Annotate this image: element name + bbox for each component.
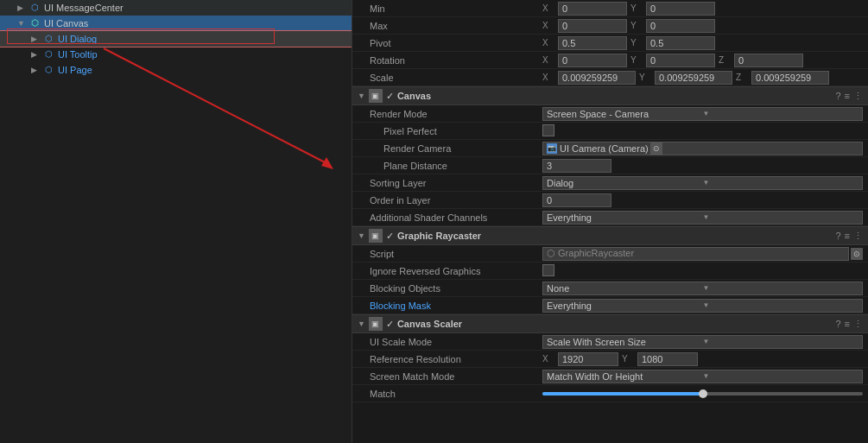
canvas-settings-icon[interactable]: ≡ [845, 91, 850, 102]
rot-x-label: X [542, 55, 554, 65]
sorting-layer-text: Dialog [547, 178, 703, 188]
blocking-objects-arrow: ▼ [703, 284, 859, 292]
scaler-settings-icon[interactable]: ≡ [845, 319, 850, 330]
screen-match-mode-label: Screen Match Mode [370, 371, 542, 382]
ref-res-y-label: Y [622, 354, 634, 364]
blocking-mask-label[interactable]: Blocking Mask [370, 301, 542, 311]
render-mode-dropdown[interactable]: Screen Space - Camera ▼ [542, 107, 863, 121]
blocking-mask-text: Everything [547, 301, 703, 311]
rot-y-input[interactable]: 0 [646, 54, 715, 67]
scale-y-input[interactable]: 0.009259259 [655, 71, 732, 85]
canvas-help-icon[interactable]: ? [835, 91, 840, 102]
match-slider-track[interactable] [542, 392, 863, 396]
sorting-layer-row: Sorting Layer Dialog ▼ [352, 174, 868, 192]
render-camera-label: Render Camera [370, 143, 542, 154]
match-slider-thumb[interactable] [699, 389, 707, 398]
tree-label-ui-page: UI Page [58, 65, 92, 75]
ui-scale-mode-value: Scale With Screen Size ▼ [542, 335, 863, 349]
scaler-header-icons: ? ≡ ⋮ [835, 319, 863, 330]
blocking-mask-value: Everything ▼ [542, 299, 863, 313]
canvas-menu-icon[interactable]: ⋮ [853, 91, 863, 102]
raycaster-collapse-arrow[interactable]: ▼ [358, 231, 365, 240]
render-mode-label: Render Mode [370, 109, 542, 119]
tree-item-ui-tooltip[interactable]: ▶ ⬡ UI Tooltip [0, 47, 352, 62]
scaler-menu-icon[interactable]: ⋮ [853, 319, 863, 330]
tree-label-ui-message-center: UI MessageCenter [44, 3, 124, 13]
scale-xyz: X 0.009259259 Y 0.009259259 Z 0.00925925… [542, 71, 863, 85]
ui-scale-mode-arrow: ▼ [703, 338, 859, 345]
shader-channels-arrow: ▼ [703, 213, 859, 221]
sorting-layer-value: Dialog ▼ [542, 176, 863, 190]
canvas-check[interactable]: ✓ [386, 91, 394, 102]
canvas-collapse-arrow[interactable]: ▼ [358, 92, 365, 100]
min-label: Min [370, 3, 542, 14]
render-camera-value: 📷 UI Camera (Camera) ⊙ [542, 142, 863, 155]
plane-distance-label: Plane Distance [370, 161, 542, 171]
scale-y-label: Y [639, 73, 651, 82]
match-slider-fill [542, 392, 703, 396]
tree-item-ui-message-center[interactable]: ▶ ⬡ UI MessageCenter [0, 0, 352, 16]
min-y-label: Y [630, 3, 643, 13]
min-y-input[interactable]: 0 [646, 2, 715, 16]
raycaster-section-header: ▼ ▣ ✓ Graphic Raycaster ? ≡ ⋮ [352, 226, 868, 245]
transform-section: Min X 0 Y 0 Max X 0 Y 0 [352, 0, 868, 86]
shader-channels-row: Additional Shader Channels Everything ▼ [352, 209, 868, 226]
match-slider-container [542, 392, 863, 396]
pivot-y-input[interactable]: 0.5 [646, 36, 715, 50]
scaler-help-icon[interactable]: ? [835, 319, 840, 330]
tree-arrow-tooltip: ▶ [31, 50, 41, 59]
ignore-reversed-value [542, 264, 863, 278]
min-x-input[interactable]: 0 [558, 2, 627, 16]
ignore-reversed-checkbox[interactable] [542, 264, 554, 276]
screen-match-mode-row: Screen Match Mode Match Width Or Height … [352, 368, 868, 385]
max-x-label: X [542, 21, 554, 30]
ui-scale-mode-dropdown[interactable]: Scale With Screen Size ▼ [542, 335, 863, 349]
pivot-x-input[interactable]: 0.5 [558, 36, 627, 50]
tree-item-ui-canvas[interactable]: ▼ ⬡ UI Canvas [0, 16, 352, 31]
shader-channels-text: Everything [547, 212, 703, 223]
max-y-input[interactable]: 0 [646, 19, 715, 33]
blocking-mask-arrow: ▼ [703, 301, 859, 309]
tree-item-ui-dialog[interactable]: ▶ ⬡ UI Dialog [0, 31, 352, 47]
scale-z-input[interactable]: 0.009259259 [751, 71, 829, 85]
render-camera-field[interactable]: 📷 UI Camera (Camera) ⊙ [542, 142, 863, 155]
raycaster-menu-icon[interactable]: ⋮ [853, 231, 863, 242]
min-x-label: X [542, 3, 554, 13]
ui-messagecenter-icon: ⬡ [28, 1, 41, 15]
max-x-input[interactable]: 0 [558, 19, 627, 33]
pixel-perfect-checkbox[interactable] [542, 124, 554, 136]
scaler-section-header: ▼ ▣ ✓ Canvas Scaler ? ≡ ⋮ [352, 314, 868, 333]
blocking-objects-dropdown[interactable]: None ▼ [542, 282, 863, 295]
plane-distance-input[interactable]: 3 [542, 159, 611, 173]
sorting-layer-dropdown[interactable]: Dialog ▼ [542, 176, 863, 190]
tree-label-ui-dialog: UI Dialog [58, 34, 97, 44]
render-camera-pick-btn[interactable]: ⊙ [650, 142, 662, 155]
script-value-field[interactable]: ⬡ GraphicRaycaster [542, 247, 849, 261]
min-row: Min X 0 Y 0 [352, 0, 868, 17]
blocking-mask-dropdown[interactable]: Everything ▼ [542, 299, 863, 313]
scale-x-input[interactable]: 0.009259259 [558, 71, 636, 85]
scaler-check[interactable]: ✓ [386, 319, 394, 330]
min-value: X 0 Y 0 [542, 2, 863, 16]
raycaster-help-icon[interactable]: ? [835, 231, 840, 242]
tree-item-ui-page[interactable]: ▶ ⬡ UI Page [0, 62, 352, 78]
render-camera-icon: 📷 [547, 143, 557, 154]
ref-res-x-input[interactable]: 1920 [558, 352, 618, 366]
tree-label-ui-canvas: UI Canvas [44, 18, 88, 28]
scaler-collapse-arrow[interactable]: ▼ [358, 320, 365, 328]
screen-match-mode-dropdown[interactable]: Match Width Or Height ▼ [542, 370, 863, 383]
tree-arrow-canvas: ▼ [17, 19, 28, 28]
shader-channels-dropdown[interactable]: Everything ▼ [542, 211, 863, 225]
rot-z-input[interactable]: 0 [734, 54, 803, 67]
screen-match-mode-arrow: ▼ [703, 372, 859, 380]
script-pick-btn[interactable]: ⊙ [851, 248, 863, 260]
order-in-layer-input[interactable]: 0 [542, 193, 611, 207]
scale-z-label: Z [736, 73, 748, 82]
raycaster-check[interactable]: ✓ [386, 231, 394, 242]
raycaster-header-icons: ? ≡ ⋮ [835, 231, 863, 242]
ref-res-y-input[interactable]: 1080 [637, 352, 698, 366]
reference-resolution-label: Reference Resolution [370, 354, 542, 364]
svg-marker-1 [321, 157, 333, 169]
raycaster-settings-icon[interactable]: ≡ [845, 231, 850, 242]
rot-x-input[interactable]: 0 [558, 54, 627, 67]
